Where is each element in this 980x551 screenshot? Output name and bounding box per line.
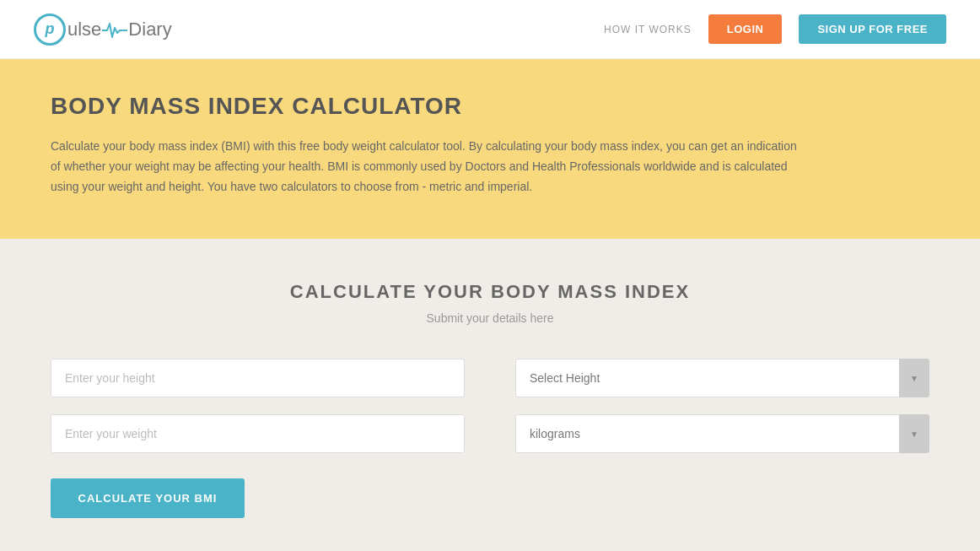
pulse-line-icon [102, 21, 127, 40]
calc-right-column: Select Height 150 cm 155 cm 160 cm 165 c… [515, 359, 929, 453]
height-select[interactable]: Select Height 150 cm 155 cm 160 cm 165 c… [515, 359, 929, 397]
calculator-title: CALCULATE YOUR BODY MASS INDEX [51, 281, 929, 303]
logo-brand-text: ulse Diary [67, 19, 172, 41]
hero-description: Calculate your body mass index (BMI) wit… [51, 137, 810, 197]
logo: p ulse Diary [34, 14, 172, 46]
hero-title: BODY MASS INDEX CALCULATOR [51, 93, 929, 120]
header: p ulse Diary HOW IT WORKS LOGIN SIGN UP … [0, 0, 980, 59]
weight-input[interactable] [51, 414, 465, 453]
calculator-section: CALCULATE YOUR BODY MASS INDEX Submit yo… [0, 239, 980, 551]
calc-left-column: CALCULATE YOUR BMI [51, 359, 465, 518]
nav-right: HOW IT WORKS LOGIN SIGN UP FOR FREE [604, 14, 946, 44]
how-it-works-link[interactable]: HOW IT WORKS [604, 24, 692, 35]
weight-unit-select[interactable]: kilograms pounds [515, 414, 929, 453]
height-select-wrapper: Select Height 150 cm 155 cm 160 cm 165 c… [515, 359, 929, 397]
calculate-bmi-button[interactable]: CALCULATE YOUR BMI [51, 478, 245, 518]
height-input[interactable] [51, 359, 465, 397]
logo-p-icon: p [34, 14, 66, 46]
calculator-form: CALCULATE YOUR BMI Select Height 150 cm … [51, 359, 929, 518]
hero-banner: BODY MASS INDEX CALCULATOR Calculate you… [0, 59, 980, 239]
weight-unit-select-wrapper: kilograms pounds [515, 414, 929, 453]
login-button[interactable]: LOGIN [708, 14, 783, 44]
signup-button[interactable]: SIGN UP FOR FREE [799, 14, 946, 44]
calculator-subtitle: Submit your details here [51, 311, 929, 325]
